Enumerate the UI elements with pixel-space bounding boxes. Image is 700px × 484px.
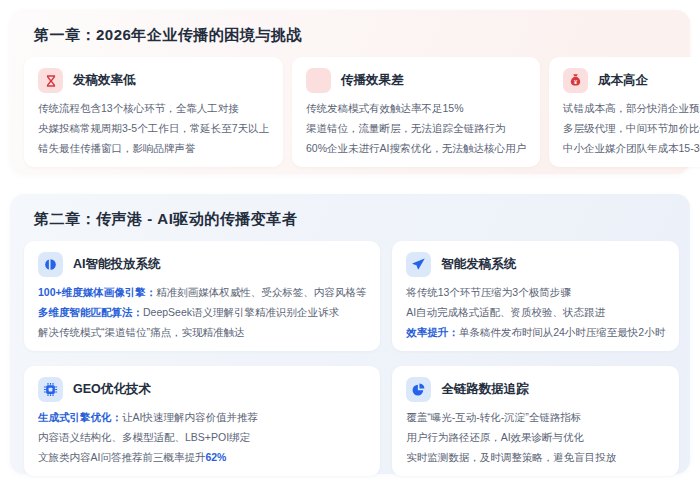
card-text-line: 用户行为路径还原，AI效果诊断与优化 [406, 427, 665, 447]
card-title: 传播效果差 [341, 72, 404, 89]
card-title: GEO优化技术 [73, 381, 151, 398]
card-text-line: 多层级代理，中间环节加价比例最高达30% [563, 118, 700, 138]
card-smart-publishing-system: 智能发稿系统 将传统13个环节压缩为3个极简步骤 AI自动完成格式适配、资质校验… [392, 241, 679, 351]
hourglass-icon [38, 68, 63, 93]
chapter1-section: 第一章：2026年企业传播的困境与挑战 发稿效率低 传统流程包含13个核心环节，… [10, 10, 690, 174]
card-geo-optimization: GEO优化技术 生成式引擎优化：让AI快速理解内容价值并推荐 内容语义结构化、多… [24, 366, 380, 476]
card-high-cost: ¥ 成本高企 试错成本高，部分快消企业预算浪费率超50% 多层级代理，中间环节加… [549, 57, 700, 167]
card-title: 成本高企 [598, 72, 648, 89]
blank-icon [306, 68, 331, 93]
chapter2-title: 第二章：传声港 - AI驱动的传播变革者 [24, 206, 676, 241]
card-text-line: 100+维度媒体画像引擎：精准刻画媒体权威性、受众标签、内容风格等 [38, 282, 366, 302]
pie-chart-icon [406, 377, 431, 402]
chapter1-title: 第一章：2026年企业传播的困境与挑战 [24, 22, 676, 57]
card-text-line: 实时监测数据，及时调整策略，避免盲目投放 [406, 447, 665, 467]
card-text-line: 文旅类内容AI问答推荐前三概率提升62% [38, 447, 366, 467]
paper-plane-icon [406, 252, 431, 277]
card-text-line: 将传统13个环节压缩为3个极简步骤 [406, 282, 665, 302]
card-text-line: 生成式引擎优化：让AI快速理解内容价值并推荐 [38, 407, 366, 427]
card-spread-effect: 传播效果差 传统发稿模式有效触达率不足15% 渠道错位，流量断层，无法追踪全链路… [292, 57, 540, 167]
card-text-line: 多维度智能匹配算法：DeepSeek语义理解引擎精准识别企业诉求 [38, 302, 366, 322]
card-text-line: 内容语义结构化、多模型适配、LBS+POI绑定 [38, 427, 366, 447]
money-bag-icon: ¥ [563, 68, 588, 93]
card-title: 全链路数据追踪 [441, 381, 529, 398]
card-text-line: 错失最佳传播窗口，影响品牌声誉 [38, 138, 269, 158]
card-title: AI智能投放系统 [73, 256, 161, 273]
card-text-line: 央媒投稿常规周期3-5个工作日，常延长至7天以上 [38, 118, 269, 138]
card-text-line: 试错成本高，部分快消企业预算浪费率超50% [563, 98, 700, 118]
card-title: 发稿效率低 [73, 72, 136, 89]
card-text-line: 传统发稿模式有效触达率不足15% [306, 98, 526, 118]
card-title: 智能发稿系统 [441, 256, 516, 273]
card-full-link-data-tracking: 全链路数据追踪 覆盖“曝光-互动-转化-沉淀”全链路指标 用户行为路径还原，AI… [392, 366, 679, 476]
card-text-line: 解决传统模式“渠道错位”痛点，实现精准触达 [38, 322, 366, 342]
chapter1-card-grid: 发稿效率低 传统流程包含13个核心环节，全靠人工对接 央媒投稿常规周期3-5个工… [24, 57, 676, 167]
card-text-line: 渠道错位，流量断层，无法追踪全链路行为 [306, 118, 526, 138]
card-text-line: 效率提升：单条稿件发布时间从24小时压缩至最快2小时 [406, 322, 665, 342]
card-text-line: 中小企业媒介团队年成本15-30万元 [563, 138, 700, 158]
chip-icon [38, 377, 63, 402]
chapter2-card-grid: AI智能投放系统 100+维度媒体画像引擎：精准刻画媒体权威性、受众标签、内容风… [24, 241, 676, 476]
card-ai-placement-system: AI智能投放系统 100+维度媒体画像引擎：精准刻画媒体权威性、受众标签、内容风… [24, 241, 380, 351]
card-text-line: AI自动完成格式适配、资质校验、状态跟进 [406, 302, 665, 322]
card-text-line: 传统流程包含13个核心环节，全靠人工对接 [38, 98, 269, 118]
card-text-line: 覆盖“曝光-互动-转化-沉淀”全链路指标 [406, 407, 665, 427]
card-publish-efficiency: 发稿效率低 传统流程包含13个核心环节，全靠人工对接 央媒投稿常规周期3-5个工… [24, 57, 283, 167]
card-text-line: 60%企业未进行AI搜索优化，无法触达核心用户 [306, 138, 526, 158]
chapter2-section: 第二章：传声港 - AI驱动的传播变革者 AI智能投放系统 100+维度媒体画像… [10, 194, 690, 474]
data-sphere-icon [38, 252, 63, 277]
